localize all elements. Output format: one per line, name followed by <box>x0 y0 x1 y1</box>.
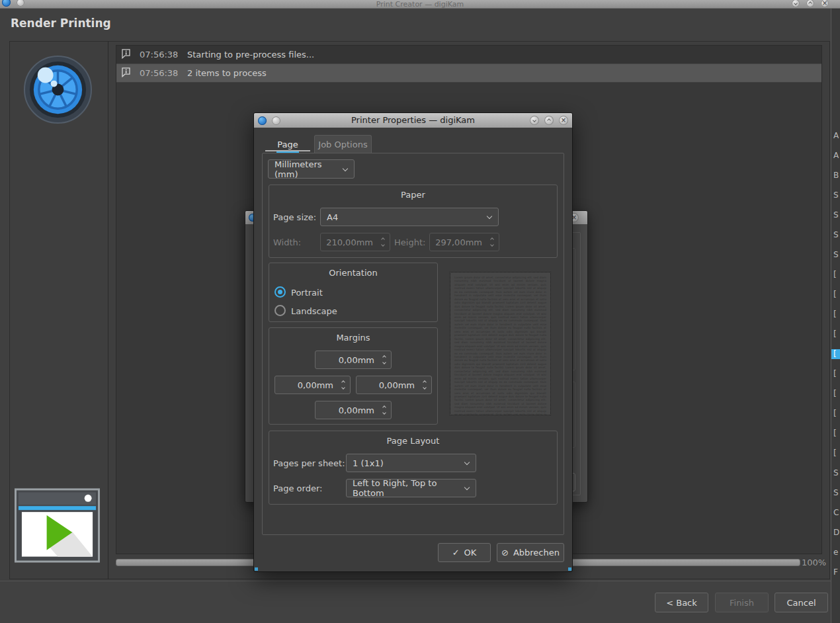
page-preview: Lorem ipsum dolor sit amet, consectetur … <box>450 272 551 415</box>
edge-list-item[interactable]: [ <box>831 423 840 443</box>
width-spinbox[interactable]: 210,00mm <box>320 233 390 251</box>
landscape-label[interactable]: Landscape <box>291 306 337 316</box>
dialog-title: Printer Properties — digiKam <box>254 113 572 128</box>
main-titlebar: Print Creator — digiKam <box>0 0 840 9</box>
resize-grip[interactable] <box>255 567 258 571</box>
height-spinbox[interactable]: 297,00mm <box>429 233 499 251</box>
chevron-down-icon <box>487 214 492 219</box>
portrait-radio[interactable] <box>274 286 286 298</box>
ok-button[interactable]: ✓ OK <box>438 543 491 562</box>
page-size-select[interactable]: A4 <box>320 208 499 226</box>
edge-list-item[interactable]: D <box>831 522 840 542</box>
dialog-close-icon[interactable]: × <box>559 116 568 125</box>
chevron-down-icon <box>464 460 470 465</box>
edge-list-item[interactable]: [ <box>831 349 840 359</box>
dialog-minimize-button[interactable] <box>530 116 539 125</box>
edge-list-item[interactable]: S <box>831 245 840 265</box>
edge-list-item[interactable]: S <box>831 185 840 205</box>
screen: Print Creator — digiKam × Render Printin… <box>0 0 840 623</box>
margin-bottom-spinbox[interactable]: 0,00mm <box>315 401 392 419</box>
edge-list-item[interactable]: [ <box>831 384 840 403</box>
edge-list-item[interactable]: A <box>831 145 840 165</box>
page-order-select[interactable]: Left to Right, Top to Bottom <box>346 479 476 497</box>
landscape-radio[interactable] <box>274 305 286 316</box>
edge-list-item[interactable]: [ <box>831 324 840 344</box>
pages-per-sheet-label: Pages per sheet: <box>273 458 345 468</box>
pages-per-sheet-select[interactable]: 1 (1x1) <box>346 454 476 472</box>
dialog-app-icon <box>258 116 267 125</box>
margin-top-spinbox[interactable]: 0,00mm <box>315 351 392 369</box>
edge-list-item[interactable]: [ <box>831 403 840 423</box>
edge-list-item[interactable]: [ <box>831 364 840 384</box>
spin-arrows-icon[interactable] <box>342 381 345 389</box>
spin-arrows-icon[interactable] <box>423 381 426 389</box>
slideshow-preview-icon <box>15 488 100 565</box>
portrait-label[interactable]: Portrait <box>291 288 323 298</box>
dialog-pin-button[interactable] <box>272 116 280 125</box>
paper-group-title: Paper <box>269 190 557 200</box>
edge-list-item[interactable]: F <box>831 562 840 582</box>
finish-button[interactable]: Finish <box>715 593 769 612</box>
edge-list-item[interactable]: S <box>831 463 840 483</box>
digikam-logo-icon <box>23 55 93 127</box>
cancel-slash-icon: ⊘ <box>501 548 509 558</box>
edge-list-item[interactable]: C <box>831 503 840 522</box>
background-window-edge: AABSSSS[[[[[[[[[[SSCDeF <box>831 9 840 623</box>
edge-list-item[interactable]: [ <box>831 284 840 304</box>
main-window-title: Print Creator — digiKam <box>0 0 840 9</box>
cancel-button[interactable]: Cancel <box>775 593 828 612</box>
log-time: 07:56:38 <box>140 50 179 60</box>
tab-job-options[interactable]: Job Options <box>314 135 372 153</box>
log-message: 2 items to process <box>187 68 267 78</box>
spin-arrows-icon[interactable] <box>383 356 386 364</box>
unit-select[interactable]: Millimeters (mm) <box>268 159 355 179</box>
edge-list-item[interactable]: e <box>831 542 840 562</box>
page-layout-group-title: Page Layout <box>269 436 557 446</box>
edge-list-item[interactable]: S <box>831 205 840 225</box>
log-time: 07:56:38 <box>140 68 179 78</box>
edge-list-item[interactable]: A <box>831 126 840 145</box>
resize-grip[interactable] <box>568 567 571 571</box>
spin-arrows-icon[interactable] <box>383 406 386 414</box>
abbrechen-button[interactable]: ⊘ Abbrechen <box>497 543 564 562</box>
chevron-down-icon <box>464 485 470 490</box>
page-title: Render Printing <box>11 17 111 30</box>
printer-properties-dialog: Printer Properties — digiKam × Page Job … <box>253 112 573 572</box>
spin-arrows-icon[interactable] <box>382 238 384 246</box>
info-icon <box>121 48 131 61</box>
page-size-label: Page size: <box>273 212 316 222</box>
back-button[interactable]: < Back <box>655 593 708 612</box>
orientation-group-title: Orientation <box>269 268 437 278</box>
height-label: Height: <box>394 237 425 247</box>
tab-page[interactable]: Page <box>262 135 314 153</box>
width-label: Width: <box>273 237 301 247</box>
margins-group-title: Margins <box>269 333 437 343</box>
log-row[interactable]: 07:56:38 Starting to pre-process files..… <box>116 46 821 64</box>
spin-arrows-icon[interactable] <box>491 238 493 246</box>
info-icon <box>121 67 131 79</box>
progress-percentage: 100% <box>802 558 826 567</box>
log-message: Starting to pre-process files... <box>187 50 314 60</box>
dialog-titlebar[interactable]: Printer Properties — digiKam <box>254 113 572 128</box>
edge-list-item[interactable]: S <box>831 483 840 503</box>
chevron-down-icon <box>343 165 348 171</box>
page-order-label: Page order: <box>273 483 322 493</box>
wizard-button-bar <box>0 581 840 623</box>
log-row[interactable]: 07:56:38 2 items to process <box>116 64 821 83</box>
edge-list-item[interactable]: [ <box>831 265 840 284</box>
edge-list-item[interactable]: B <box>831 165 840 185</box>
edge-list-item[interactable]: [ <box>831 304 840 324</box>
dialog-maximize-button[interactable] <box>544 116 554 125</box>
margin-left-spinbox[interactable]: 0,00mm <box>274 376 351 394</box>
edge-list-item[interactable]: S <box>831 225 840 245</box>
edge-list: AABSSSS[[[[[[[[[[SSCDeF <box>831 126 840 582</box>
edge-list-item[interactable]: [ <box>831 443 840 463</box>
check-icon: ✓ <box>452 548 460 558</box>
margin-right-spinbox[interactable]: 0,00mm <box>356 376 432 394</box>
